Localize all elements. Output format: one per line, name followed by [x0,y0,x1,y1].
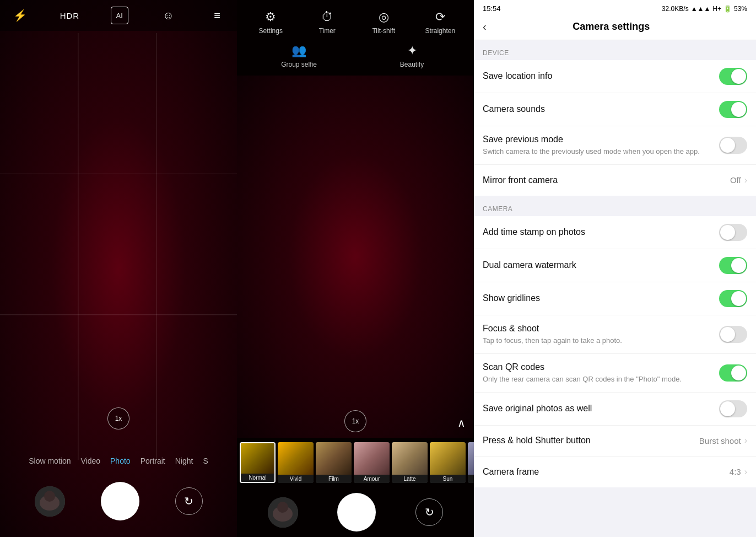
middle-camera-view: 1x ∧ [237,76,474,438]
left-camera-panel: ⚡ HDR AI ☺ ≡ 1x Slow motion Video Photo … [0,0,237,537]
chevron-right-icon-3: › [744,467,747,477]
network-type: H+ [712,5,721,13]
setting-timestamp: Add time stamp on photos [474,216,756,249]
gallery-thumbnail-2[interactable] [268,497,298,528]
device-settings-group: Save location info Camera sounds Save pr… [474,60,756,196]
menu-tiltshift[interactable]: ◎ Tilt-shift [364,10,403,35]
battery-level: 53% [734,5,747,13]
face-icon[interactable]: ☺ [159,7,177,24]
straighten-icon: ⟳ [435,10,445,24]
mode-bar: Slow motion Video Photo Portrait Night S [0,457,237,465]
beautify-icon: ✦ [407,44,417,58]
shutter-value: Burst shoot [699,436,741,445]
middle-camera-panel: ⚙ Settings ⏱ Timer ◎ Tilt-shift ⟳ Straig… [237,0,474,537]
settings-body[interactable]: DEVICE Save location info Camera sounds [474,40,756,537]
setting-focus-shoot: Focus & shoot Tap to focus, then tap aga… [474,315,756,354]
filter-extra[interactable]: C [468,442,474,483]
bottom-controls: ↻ [0,482,237,520]
status-time: 15:54 [483,4,501,13]
mirror-value: Off [730,175,741,185]
ai-icon[interactable]: AI [111,7,128,24]
setting-mirror-front-camera[interactable]: Mirror front camera Off › [474,165,756,196]
network-speed: 32.0KB/s [662,5,689,13]
menu-settings[interactable]: ⚙ Settings [251,10,290,35]
setting-camera-sounds: Camera sounds [474,93,756,126]
shutter-button-2[interactable] [337,493,376,531]
settings-panel: 15:54 32.0KB/s ▲▲▲ H+ 🔋 53% ‹ Camera set… [474,0,756,537]
toggle-save-previous-mode[interactable] [719,137,747,154]
signal-icon: ▲▲▲ [691,5,711,13]
camera-settings-group: Add time stamp on photos Dual camera wat… [474,216,756,487]
settings-icon: ⚙ [265,10,276,24]
filter-vivid[interactable]: Vivid [278,442,314,483]
battery-icon: 🔋 [723,5,732,13]
camera-bg2 [237,76,474,438]
frame-value: 4:3 [730,467,741,476]
menu-group-selfie[interactable]: 👥 Group selfie [280,44,318,68]
filter-strip: Normal Vivid Film Amour Latte Sun C [237,438,474,487]
filter-amour[interactable]: Amour [354,442,390,483]
gallery-thumbnail[interactable] [35,486,65,517]
top-menu: ⚙ Settings ⏱ Timer ◎ Tilt-shift ⟳ Straig… [237,0,474,76]
toggle-save-location[interactable] [719,68,747,85]
setting-dual-watermark: Dual camera watermark [474,249,756,282]
setting-gridlines: Show gridlines [474,282,756,315]
left-top-bar: ⚡ HDR AI ☺ ≡ [0,0,237,31]
menu-icon[interactable]: ≡ [208,7,226,24]
settings-header: ‹ Camera settings [474,15,756,40]
setting-scan-qr: Scan QR codes Only the rear camera can s… [474,354,756,393]
section-label-device: DEVICE [474,40,756,60]
rotate-camera-button-2[interactable]: ↻ [415,498,443,526]
filter-film[interactable]: Film [316,442,352,483]
setting-shutter-button[interactable]: Press & hold Shutter button Burst shoot … [474,426,756,457]
setting-save-previous-mode: Save previous mode Switch camera to the … [474,126,756,165]
section-label-camera: CAMERA [474,196,756,216]
timer-icon: ⏱ [321,10,333,24]
toggle-timestamp[interactable] [719,224,747,241]
toggle-gridlines[interactable] [719,290,747,307]
toggle-focus-shoot[interactable] [719,326,747,343]
flash-icon[interactable]: ⚡ [11,7,29,24]
mode-portrait[interactable]: Portrait [141,457,165,465]
group-selfie-icon: 👥 [291,44,306,58]
mode-night[interactable]: Night [175,457,193,465]
mode-extra[interactable]: S [203,457,208,465]
rotate-camera-button[interactable]: ↻ [175,487,203,515]
back-button[interactable]: ‹ [483,20,487,33]
toggle-save-originals[interactable] [719,400,747,417]
chevron-right-icon-2: › [744,436,747,445]
mode-video[interactable]: Video [80,457,100,465]
setting-save-location: Save location info [474,60,756,93]
menu-straighten[interactable]: ⟳ Straighten [421,10,460,35]
toggle-camera-sounds[interactable] [719,101,747,118]
filter-sun[interactable]: Sun [430,442,466,483]
zoom-button-2[interactable]: 1x [344,410,366,432]
tiltshift-icon: ◎ [379,10,389,24]
menu-row-1: ⚙ Settings ⏱ Timer ◎ Tilt-shift ⟳ Straig… [237,6,474,39]
middle-bottom-controls: ↻ [237,487,474,537]
svg-point-6 [44,491,55,502]
menu-timer[interactable]: ⏱ Timer [308,10,347,35]
mode-photo[interactable]: Photo [110,457,131,465]
mode-slow-motion[interactable]: Slow motion [29,457,71,465]
status-bar: 15:54 32.0KB/s ▲▲▲ H+ 🔋 53% [474,0,756,15]
menu-row-2: 👥 Group selfie ✦ Beautify [237,39,474,73]
setting-camera-frame[interactable]: Camera frame 4:3 › [474,457,756,487]
chevron-up-icon[interactable]: ∧ [457,416,466,429]
menu-beautify[interactable]: ✦ Beautify [393,44,431,68]
hdr-label[interactable]: HDR [60,11,80,20]
chevron-right-icon: › [744,175,747,185]
filter-normal[interactable]: Normal [240,442,276,483]
shutter-button[interactable] [101,482,139,520]
zoom-button[interactable]: 1x [107,407,129,429]
filter-latte[interactable]: Latte [392,442,428,483]
svg-point-13 [277,502,288,513]
page-title: Camera settings [492,21,731,33]
setting-save-originals: Save original photos as well [474,393,756,426]
toggle-scan-qr[interactable] [719,364,747,382]
status-right: 32.0KB/s ▲▲▲ H+ 🔋 53% [662,5,747,13]
toggle-dual-watermark[interactable] [719,257,747,274]
